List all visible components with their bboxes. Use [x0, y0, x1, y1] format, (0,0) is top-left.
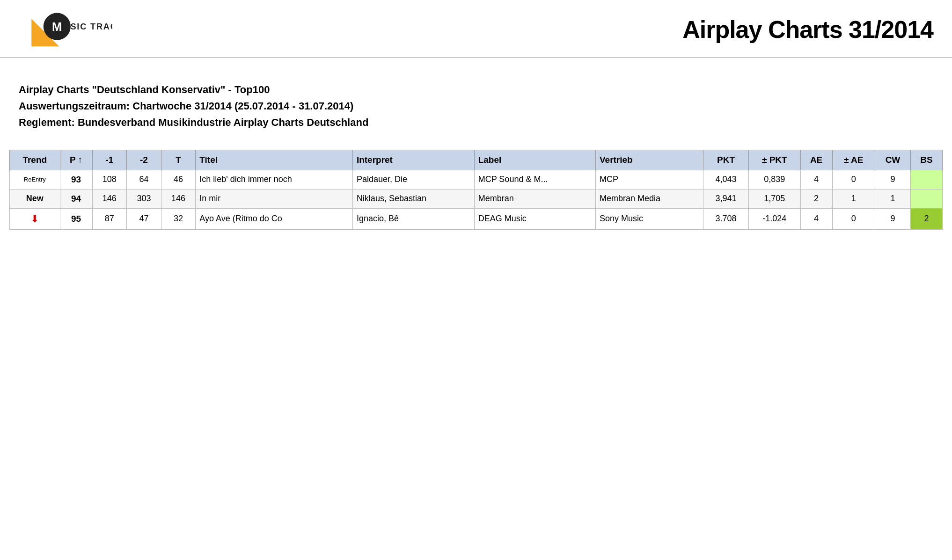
table-body: ReEntry931086446Ich lieb' dich immer noc… [10, 170, 943, 229]
col-label: Label [474, 150, 595, 170]
col-ae: AE [800, 150, 832, 170]
table-cell: 146 [161, 189, 196, 208]
position-number: 95 [71, 214, 81, 224]
table-cell: 2 [911, 208, 943, 229]
logo-area: M USIC TRACE [19, 8, 112, 51]
info-block: Airplay Charts "Deutschland Konservativ"… [0, 58, 952, 150]
table-cell: Membran [474, 189, 595, 208]
info-line2: Auswertungszeitraum: Chartwoche 31/2014 … [19, 98, 933, 114]
table-cell: MCP [595, 170, 703, 189]
trend-reentry: ReEntry [24, 176, 46, 183]
position-number: 94 [71, 194, 81, 204]
table-cell: 9 [875, 208, 910, 229]
table-cell: 93 [60, 170, 92, 189]
trend-new: New [26, 194, 44, 203]
table-cell: Ayo Ave (Ritmo do Co [196, 208, 353, 229]
info-line3: Reglement: Bundesverband Musikindustrie … [19, 114, 933, 131]
table-cell: -1.024 [749, 208, 801, 229]
table-cell: 146 [92, 189, 127, 208]
table-cell: 108 [92, 170, 127, 189]
table-cell: 1,705 [749, 189, 801, 208]
col-pm-ae: ± AE [832, 150, 875, 170]
col-bs: BS [911, 150, 943, 170]
header: M USIC TRACE Airplay Charts 31/2014 [0, 0, 952, 58]
table-cell [911, 189, 943, 208]
table-cell: 9 [875, 170, 910, 189]
table-cell: Membran Media [595, 189, 703, 208]
col-trend: Trend [10, 150, 60, 170]
table-cell: DEAG Music [474, 208, 595, 229]
table-cell: ReEntry [10, 170, 60, 189]
page-title-area: Airplay Charts 31/2014 [682, 15, 933, 44]
table-cell: 47 [127, 208, 161, 229]
table-cell: 0,839 [749, 170, 801, 189]
col-titel: Titel [196, 150, 353, 170]
col-cw: CW [875, 150, 910, 170]
table-cell: 87 [92, 208, 127, 229]
table-cell: ⬇ [10, 208, 60, 229]
col-t: T [161, 150, 196, 170]
col-m2: -2 [127, 150, 161, 170]
table-cell: 4 [800, 208, 832, 229]
table-header-row: Trend P ↑ -1 -2 T Titel Interpret Label … [10, 150, 943, 170]
table-cell: 95 [60, 208, 92, 229]
table-cell [911, 170, 943, 189]
col-pm-pkt: ± PKT [749, 150, 801, 170]
table-cell: 0 [832, 208, 875, 229]
col-vertrieb: Vertrieb [595, 150, 703, 170]
charts-table: Trend P ↑ -1 -2 T Titel Interpret Label … [9, 150, 943, 230]
table-cell: 94 [60, 189, 92, 208]
svg-text:USIC TRACE: USIC TRACE [63, 22, 112, 31]
table-cell: 46 [161, 170, 196, 189]
table-row: New94146303146In mirNiklaus, SebastianMe… [10, 189, 943, 208]
table-cell: 1 [875, 189, 910, 208]
table-cell: 32 [161, 208, 196, 229]
table-row: ReEntry931086446Ich lieb' dich immer noc… [10, 170, 943, 189]
table-cell: 4 [800, 170, 832, 189]
table-cell: 0 [832, 170, 875, 189]
table-cell: 303 [127, 189, 161, 208]
table-row: ⬇95874732Ayo Ave (Ritmo do CoIgnacio, Bê… [10, 208, 943, 229]
col-interpret: Interpret [352, 150, 474, 170]
table-cell: 4,043 [703, 170, 748, 189]
table-cell: 3.708 [703, 208, 748, 229]
table-cell: Ich lieb' dich immer noch [196, 170, 353, 189]
table-cell: MCP Sound & M... [474, 170, 595, 189]
music-trace-logo: M USIC TRACE [19, 8, 112, 51]
table-cell: New [10, 189, 60, 208]
table-cell: 64 [127, 170, 161, 189]
svg-text:M: M [52, 20, 62, 33]
table-cell: In mir [196, 189, 353, 208]
position-number: 93 [71, 175, 81, 184]
table-cell: Sony Music [595, 208, 703, 229]
page-title: Airplay Charts 31/2014 [682, 16, 933, 43]
table-cell: 1 [832, 189, 875, 208]
trend-down-icon: ⬇ [30, 213, 39, 225]
info-line1: Airplay Charts "Deutschland Konservativ"… [19, 81, 933, 98]
table-cell: 2 [800, 189, 832, 208]
table-section: Trend P ↑ -1 -2 T Titel Interpret Label … [0, 150, 952, 230]
col-p: P ↑ [60, 150, 92, 170]
table-cell: Niklaus, Sebastian [352, 189, 474, 208]
table-cell: Paldauer, Die [352, 170, 474, 189]
table-cell: Ignacio, Bê [352, 208, 474, 229]
col-m1: -1 [92, 150, 127, 170]
table-cell: 3,941 [703, 189, 748, 208]
col-pkt: PKT [703, 150, 748, 170]
